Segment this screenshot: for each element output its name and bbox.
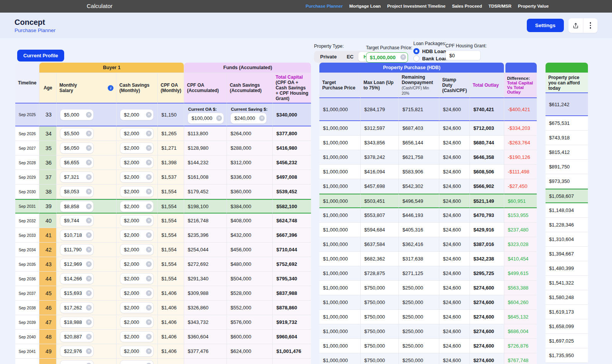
age-cell: 48 <box>39 330 57 344</box>
clear-icon[interactable]: ✕ <box>86 112 92 118</box>
timeline-cell: Sep 2041 <box>15 344 39 359</box>
table-row: $1,000,000$750,000$250,000$24,600$274,60… <box>319 295 537 310</box>
more-options-icon[interactable] <box>583 18 597 33</box>
affordable-price-cell: $1,697,025 <box>546 334 588 348</box>
target-purchase-price-cell: $1,000,000 <box>319 281 361 295</box>
affordable-price-cell: $1,580,248 <box>546 290 588 305</box>
clear-target-price-icon[interactable]: ✕ <box>400 54 406 60</box>
remaining-downpayment-cell: $250,000 <box>399 353 439 364</box>
stamp-duty-cell: $24,600 <box>439 223 470 237</box>
cpf-oa-monthly-cell: $1,406 <box>158 344 184 359</box>
table-row: Sep 203240✕✕$1,554$216,748$408,000$624,7… <box>15 214 311 228</box>
cpf-oa-monthly-cell: $1,554 <box>158 272 184 286</box>
total-outlay-cell: $608,506 <box>470 165 504 179</box>
monthly-salary-cell: ✕ <box>57 359 117 364</box>
nav-item-sales-proceed[interactable]: Sales Proceed <box>452 4 482 8</box>
cash-savings-monthly-cell: ✕ <box>117 199 158 214</box>
stamp-duty-cell: $24,600 <box>439 208 470 223</box>
cash-savings-accumulated-cell: $312,000 <box>227 155 273 170</box>
remaining-downpayment-cell: $250,000 <box>399 324 439 339</box>
table-row: $1,394,667 <box>546 247 588 261</box>
difference-cell: $153,955 <box>504 208 537 223</box>
radio-unchecked-icon[interactable] <box>413 55 419 61</box>
max-loan-cell: $378,242 <box>361 150 399 165</box>
table-row: $1,000,000$312,597$687,403$24,600$712,00… <box>319 121 537 136</box>
nav-item-tdsr-msr[interactable]: TDSR/MSR <box>489 4 512 8</box>
age-cell: 45 <box>39 286 57 301</box>
timeline-cell: Sep 2031 <box>15 199 39 214</box>
loan-packages-label: Loan Packages: <box>413 41 447 46</box>
affordable-price-cell: $743,918 <box>546 131 588 145</box>
cash-savings-monthly-cell: ✕ <box>117 155 158 170</box>
cpf-oa-accumulated-column-header: CPF OA (Accumulated) <box>184 73 227 104</box>
cpf-oa-accumulated-cell: $291,340 <box>184 272 227 286</box>
stamp-duty-cell: $24,600 <box>439 179 470 194</box>
monthly-salary-cell: ✕ <box>57 170 117 184</box>
cpf-oa-monthly-cell: $1,406 <box>158 315 184 330</box>
settings-button[interactable]: Settings <box>527 19 564 32</box>
stamp-duty-cell: $24,600 <box>439 324 470 339</box>
monthly-salary-cell: ✕ <box>57 126 117 141</box>
difference-header-main: Total Capital Vs Total Outlay <box>507 81 533 94</box>
timeline-column-header: Timeline <box>15 63 39 104</box>
cpf-grant-input[interactable] <box>445 50 481 60</box>
total-outlay-cell: $274,600 <box>470 353 504 364</box>
cpf-oa-accumulated-cell: $198,100 <box>184 199 227 214</box>
difference-cell: $323,028 <box>504 237 537 252</box>
nav-item-project-investment-timeline[interactable]: Project Investment Timeline <box>387 4 446 8</box>
stamp-duty-cell: $24,600 <box>439 150 470 165</box>
stamp-duty-column-header: Stamp Duty (Cash/CPF) <box>439 73 470 98</box>
total-capital-cell: $539,452 <box>273 184 311 199</box>
total-capital-cell: $960,604 <box>273 330 311 344</box>
loan-option-bank[interactable]: Bank Loan <box>413 55 447 61</box>
cash-savings-accumulated-cell: $288,000 <box>227 141 273 155</box>
radio-checked-icon[interactable] <box>413 48 419 54</box>
share-icon[interactable] <box>568 18 583 33</box>
cpf-oa-monthly-cell: $1,406 <box>158 286 184 301</box>
total-outlay-cell: $274,600 <box>470 324 504 339</box>
max-loan-cell: $750,000 <box>361 353 399 364</box>
property-purchase-group-header: Property Purchase (HDB) <box>319 63 504 73</box>
affordable-price-cell: $1,228,346 <box>546 218 588 232</box>
timeline-cell: Sep 2033 <box>15 228 39 243</box>
table-row: $675,531 <box>546 116 588 131</box>
cash-savings-monthly-column-header: Cash Savings (Monthly) <box>117 73 158 104</box>
total-capital-cell: $919,732 <box>273 315 311 330</box>
age-column-header: Age <box>39 73 57 104</box>
cpf-oa-accumulated-cell: $161,008 <box>184 170 227 184</box>
table-row: Sep 203543✕✕$1,554$272,692$480,000$752,6… <box>15 257 311 272</box>
affordable-price-cell: $675,531 <box>546 116 588 131</box>
remaining-downpayment-cell: $542,302 <box>399 179 439 194</box>
monthly-salary-cell: ✕ <box>57 228 117 243</box>
cash-savings-accumulated-cell: $384,000 <box>227 199 273 214</box>
property-type-ec[interactable]: EC <box>342 52 358 61</box>
header-icon-group <box>568 18 597 33</box>
property-type-private[interactable]: Private <box>315 52 342 61</box>
loan-option-hdb[interactable]: HDB Loan <box>413 48 447 54</box>
nav-item-purchase-planner[interactable]: Purchase Planner <box>306 4 343 8</box>
clear-icon[interactable]: ✕ <box>146 204 152 209</box>
nav-item-property-value[interactable]: Property Value <box>518 4 549 8</box>
max-loan-cell: $750,000 <box>361 281 399 295</box>
clear-icon[interactable]: ✕ <box>146 112 152 118</box>
info-icon[interactable]: i <box>108 85 113 91</box>
table-row: Sep 204048✕✕$1,406$360,604$600,000$960,6… <box>15 330 311 344</box>
clear-icon[interactable]: ✕ <box>86 204 92 209</box>
cash-savings-monthly-cell: ✕ <box>117 330 158 344</box>
max-loan-cell: $416,094 <box>361 165 399 179</box>
cash-savings-accumulated-column-header: Cash Savings (Accumulated) <box>227 73 273 104</box>
table-row: Sep 202735✕✕$1,271$128,980$288,000$416,9… <box>15 141 311 155</box>
affordable-price-cell: $1,658,099 <box>546 319 588 334</box>
stamp-duty-cell: $24,600 <box>439 353 470 364</box>
monthly-salary-column-header: Monthly Salary i <box>57 73 117 104</box>
remaining-downpayment-column-header: Remaining Downpayment (Cash/CPF) Min 20% <box>399 73 439 98</box>
max-loan-cell: $750,000 <box>361 339 399 353</box>
total-capital-cell: $752,692 <box>273 257 311 272</box>
target-purchase-price-cell: $1,000,000 <box>319 339 361 353</box>
current-profile-button[interactable]: Current Profile <box>17 50 64 61</box>
total-capital-header-title: Total Capital <box>275 74 303 80</box>
max-loan-column-header: Max Loan (Up to 75%) <box>361 73 399 98</box>
nav-item-mortgage-loan[interactable]: Mortgage Loan <box>349 4 380 8</box>
total-outlay-cell: $712,003 <box>470 121 504 136</box>
table-row: $1,000,000$378,242$621,758$24,600$646,35… <box>319 150 537 165</box>
